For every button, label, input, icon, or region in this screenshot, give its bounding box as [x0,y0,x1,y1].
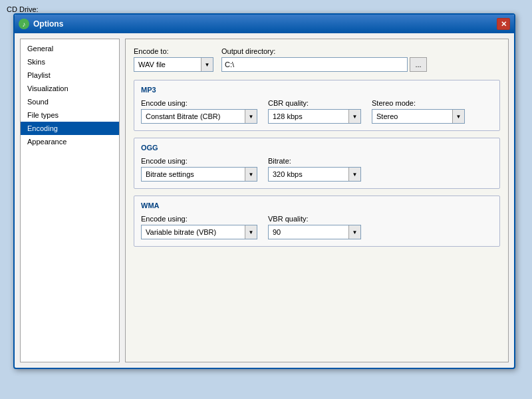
desktop: CD Drive: ♪ Options ✕ General Skins Play… [0,0,532,399]
ogg-encode-using-arrow[interactable]: ▼ [245,168,257,181]
wma-encode-using-select[interactable]: Variable bitrate (VBR) ▼ [141,225,257,239]
wma-encode-using-value: Variable bitrate (VBR) [142,228,245,236]
wma-encode-using-arrow[interactable]: ▼ [245,225,257,239]
main-content: Encode to: WAV file ▼ Output directory: … [125,39,509,362]
output-dir-group: Output directory: C:\ ... [221,47,427,72]
mp3-encode-using-label: Encode using: [141,99,257,107]
mp3-encode-using-select[interactable]: Constant Bitrate (CBR) ▼ [141,109,257,124]
wma-section: WMA Encode using: Variable bitrate (VBR)… [134,196,500,247]
mp3-encode-using-arrow[interactable]: ▼ [245,110,257,123]
encode-to-row: Encode to: WAV file ▼ Output directory: … [134,47,500,72]
browse-button[interactable]: ... [410,57,427,72]
ogg-row: Encode using: Bitrate settings ▼ Bitrate… [141,157,493,182]
mp3-stereo-mode-group: Stereo mode: Stereo ▼ [372,99,465,124]
wma-vbr-quality-arrow[interactable]: ▼ [348,225,360,239]
ogg-bitrate-group: Bitrate: 320 kbps ▼ [268,157,361,182]
sidebar-item-appearance[interactable]: Appearance [21,135,119,148]
output-dir-input[interactable]: C:\ [221,57,408,72]
mp3-cbr-quality-group: CBR quality: 128 kbps ▼ [268,99,361,124]
wma-vbr-quality-label: VBR quality: [268,215,361,223]
cd-drive-label: CD Drive: [7,5,39,13]
mp3-cbr-quality-arrow[interactable]: ▼ [348,110,360,123]
mp3-cbr-quality-value: 128 kbps [269,112,348,120]
encode-to-label: Encode to: [134,47,213,55]
mp3-stereo-mode-select[interactable]: Stereo ▼ [372,109,465,124]
encode-to-value: WAV file [134,61,201,68]
options-dialog: ♪ Options ✕ General Skins Playlist Visua… [13,13,515,369]
encode-to-select[interactable]: WAV file ▼ [134,57,213,72]
mp3-encode-using-value: Constant Bitrate (CBR) [142,112,245,120]
mp3-stereo-mode-value: Stereo [372,112,452,120]
mp3-title: MP3 [141,86,493,94]
mp3-stereo-mode-label: Stereo mode: [372,99,465,107]
dialog-body: General Skins Playlist Visualization Sou… [15,33,514,368]
wma-row: Encode using: Variable bitrate (VBR) ▼ V… [141,215,493,239]
sidebar-item-general[interactable]: General [21,42,119,55]
title-bar: ♪ Options ✕ [15,15,514,33]
output-dir-value: C:\ [225,61,234,68]
mp3-cbr-quality-select[interactable]: 128 kbps ▼ [268,109,361,124]
close-button[interactable]: ✕ [497,18,510,30]
ogg-section: OGG Encode using: Bitrate settings ▼ Bit… [134,138,500,189]
mp3-section: MP3 Encode using: Constant Bitrate (CBR)… [134,80,500,131]
mp3-row: Encode using: Constant Bitrate (CBR) ▼ C… [141,99,493,124]
encode-to-group: Encode to: WAV file ▼ [134,47,213,72]
dialog-title: Options [33,19,497,29]
mp3-stereo-mode-arrow[interactable]: ▼ [452,110,464,123]
sidebar-item-file-types[interactable]: File types [21,108,119,122]
ogg-bitrate-value: 320 kbps [269,170,348,178]
ogg-encode-using-select[interactable]: Bitrate settings ▼ [141,167,257,182]
sidebar-item-encoding[interactable]: Encoding [21,122,119,135]
wma-vbr-quality-select[interactable]: 90 ▼ [268,225,361,239]
sidebar-item-visualization[interactable]: Visualization [21,82,119,95]
ogg-encode-using-label: Encode using: [141,157,257,165]
ogg-encode-using-group: Encode using: Bitrate settings ▼ [141,157,257,182]
wma-encode-using-group: Encode using: Variable bitrate (VBR) ▼ [141,215,257,239]
sidebar: General Skins Playlist Visualization Sou… [20,39,120,362]
output-dir-label: Output directory: [221,47,427,55]
encode-to-arrow[interactable]: ▼ [201,58,213,71]
ogg-title: OGG [141,144,493,152]
ogg-bitrate-select[interactable]: 320 kbps ▼ [268,167,361,182]
ogg-bitrate-label: Bitrate: [268,157,361,165]
sidebar-item-sound[interactable]: Sound [21,95,119,108]
mp3-encode-using-group: Encode using: Constant Bitrate (CBR) ▼ [141,99,257,124]
sidebar-item-playlist[interactable]: Playlist [21,68,119,82]
wma-vbr-quality-group: VBR quality: 90 ▼ [268,215,361,239]
wma-title: WMA [141,201,493,209]
wma-vbr-quality-value: 90 [269,228,348,236]
sidebar-item-skins[interactable]: Skins [21,55,119,68]
app-icon: ♪ [19,19,29,29]
ogg-encode-using-value: Bitrate settings [142,170,245,178]
wma-encode-using-label: Encode using: [141,215,257,223]
ogg-bitrate-arrow[interactable]: ▼ [348,168,360,181]
mp3-cbr-quality-label: CBR quality: [268,99,361,107]
